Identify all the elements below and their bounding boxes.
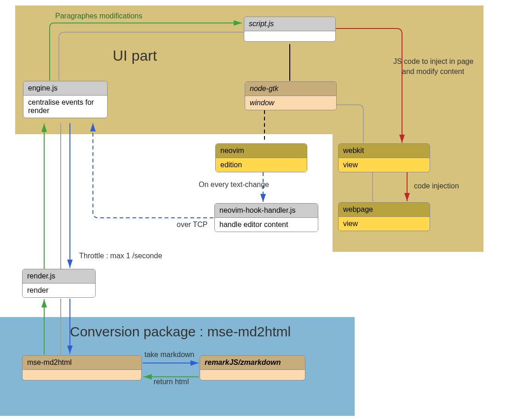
node-nodegtk: node-gtk window: [245, 81, 337, 110]
node-webpage: webpage view: [338, 202, 430, 231]
label-nvhook-to-engine: over TCP: [177, 221, 207, 229]
node-remark-title: remarkJS/zmarkdown: [200, 356, 305, 370]
node-neovim-title: neovim: [216, 144, 307, 158]
node-nvhook-body: handle editor content: [215, 218, 318, 232]
label-script-to-webkit-a: JS code to inject in page: [393, 57, 473, 66]
node-neovim-body: edition: [216, 158, 307, 172]
node-msemd: mse-md2html: [22, 355, 142, 380]
label-engine-to-script: Paragraphes modifications: [55, 12, 142, 20]
node-nvhook-title: neovim-hook-handler.js: [215, 204, 318, 218]
node-msemd-title: mse-md2html: [23, 356, 141, 370]
node-engine-title: engine.js: [23, 81, 107, 96]
label-neovim-to-nvhook: On every text-change: [199, 181, 269, 189]
node-engine-body: centralise events for render: [23, 96, 107, 118]
node-remark: remarkJS/zmarkdown: [200, 355, 305, 380]
node-webpage-body: view: [339, 217, 430, 231]
node-webpage-title: webpage: [339, 203, 430, 217]
node-webkit-title: webkit: [339, 144, 430, 158]
label-script-to-webkit-b: and modify content: [402, 68, 464, 76]
node-script-title: script.js: [244, 17, 335, 31]
node-msemd-body: [23, 370, 141, 380]
node-nodegtk-title: node-gtk: [245, 82, 336, 96]
node-render: render.js render: [22, 269, 96, 298]
label-msemd-to-remark: take markdown: [144, 351, 195, 359]
node-script-body: [244, 31, 335, 41]
node-webkit-body: view: [339, 158, 430, 172]
node-neovim: neovim edition: [215, 143, 307, 172]
label-remark-to-msemd: return html: [154, 378, 189, 386]
node-nodegtk-body: window: [245, 96, 336, 110]
node-render-title: render.js: [23, 269, 95, 284]
node-webkit: webkit view: [338, 143, 430, 172]
node-nvhook: neovim-hook-handler.js handle editor con…: [214, 203, 318, 232]
label-webkit-to-webpage: code injection: [414, 182, 459, 190]
label-engine-to-render: Throttle : max 1 /seconde: [79, 252, 162, 260]
node-render-body: render: [23, 284, 95, 297]
node-script: script.js: [244, 17, 336, 42]
node-engine: engine.js centralise events for render: [23, 81, 108, 118]
node-remark-body: [200, 370, 305, 380]
